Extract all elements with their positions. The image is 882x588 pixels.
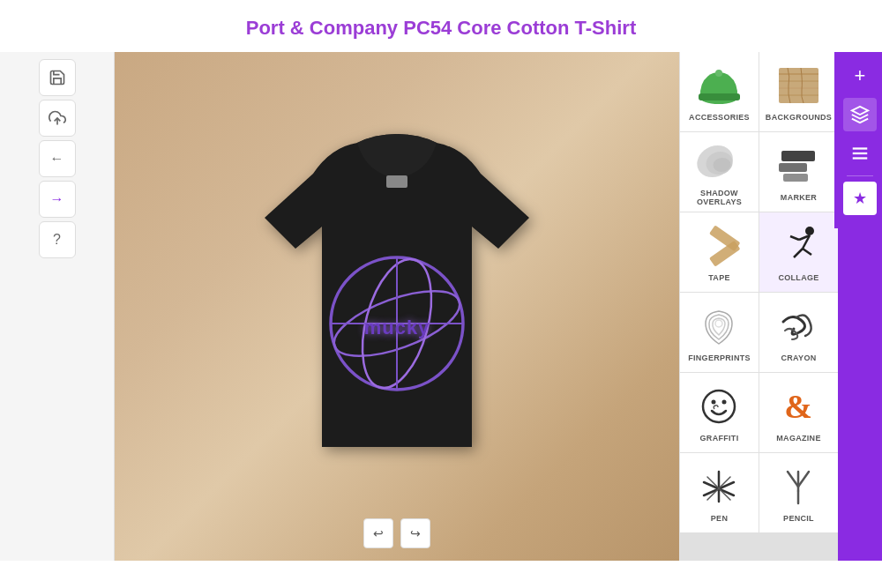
main-container: ← → ?	[0, 52, 882, 561]
marker-icon	[773, 141, 826, 190]
category-marker[interactable]: MARKER	[759, 132, 838, 212]
svg-rect-9	[699, 93, 740, 100]
canvas-background: mucky ↩ ↪	[115, 52, 679, 561]
upload-button[interactable]	[39, 100, 76, 137]
favorites-button[interactable]: ★	[843, 182, 877, 215]
svg-line-26	[794, 249, 803, 257]
redo-button[interactable]: ↪	[400, 518, 430, 548]
accessories-icon	[693, 61, 746, 109]
category-accessories[interactable]: ACCESSORIES	[680, 52, 759, 131]
magazine-icon: &	[773, 382, 826, 430]
graffiti-label: GRAFFITI	[700, 434, 739, 443]
category-magazine[interactable]: & MAGAZINE	[759, 373, 838, 452]
marker-label: MARKER	[781, 193, 817, 202]
category-tape[interactable]: TAPE	[680, 212, 759, 292]
tape-label: TAPE	[708, 273, 730, 282]
shadow-overlays-icon	[693, 138, 746, 185]
collage-icon	[773, 221, 826, 270]
tape-icon	[693, 221, 746, 270]
category-pen[interactable]: PEN	[680, 453, 759, 532]
shadow-overlays-label: SHADOW OVERLAYS	[684, 189, 755, 206]
divider	[847, 175, 873, 176]
svg-point-24	[805, 227, 814, 235]
svg-line-41	[788, 472, 798, 487]
redo-icon: ↪	[410, 526, 421, 540]
svg-point-33	[722, 399, 727, 404]
add-button[interactable]: +	[843, 59, 877, 93]
category-collage[interactable]: COLLAGE	[759, 212, 838, 292]
forward-button[interactable]: →	[39, 181, 76, 218]
crayon-label: CRAYON	[781, 354, 817, 362]
pencil-label: PENCIL	[783, 514, 814, 523]
collage-label: COLLAGE	[778, 273, 818, 282]
fingerprints-icon	[693, 301, 746, 350]
page-title: Port & Company PC54 Core Cotton T-Shirt	[0, 0, 882, 52]
svg-rect-20	[779, 163, 807, 172]
svg-rect-11	[779, 68, 818, 103]
backgrounds-label: BACKGROUNDS	[766, 113, 832, 122]
svg-line-29	[790, 236, 799, 240]
pen-label: PEN	[711, 514, 728, 523]
back-button[interactable]: ←	[39, 140, 76, 177]
svg-point-10	[715, 70, 722, 77]
svg-text:mucky: mucky	[364, 316, 430, 339]
right-sidebar: + ★	[838, 52, 882, 561]
tshirt-mockup: mucky	[229, 121, 564, 491]
bottom-controls: ↩ ↪	[363, 518, 430, 548]
svg-line-27	[803, 249, 811, 255]
category-pencil[interactable]: PENCIL	[759, 453, 838, 532]
back-icon: ←	[50, 151, 64, 167]
backgrounds-icon	[773, 61, 826, 109]
svg-marker-44	[852, 106, 868, 114]
canvas-area: mucky ↩ ↪	[115, 52, 679, 561]
help-button[interactable]: ?	[39, 221, 76, 258]
svg-line-42	[798, 472, 809, 487]
svg-point-32	[712, 399, 716, 404]
save-button[interactable]	[39, 59, 76, 96]
magazine-label: MAGAZINE	[776, 434, 820, 443]
pattern-icon	[850, 144, 870, 163]
category-crayon[interactable]: CRAYON	[759, 293, 838, 372]
layers-icon	[850, 105, 870, 124]
svg-rect-19	[781, 151, 815, 161]
svg-rect-1	[386, 175, 407, 188]
layers-button[interactable]	[843, 98, 877, 131]
forward-icon: →	[50, 191, 64, 207]
svg-point-31	[703, 391, 735, 422]
undo-button[interactable]: ↩	[363, 518, 393, 548]
crayon-icon	[773, 301, 826, 350]
accessories-label: ACCESSORIES	[689, 113, 750, 122]
svg-point-30	[715, 320, 722, 327]
add-icon: +	[855, 64, 866, 87]
category-shadow-overlays[interactable]: SHADOW OVERLAYS	[680, 132, 759, 212]
highlight-bar	[834, 52, 838, 228]
category-panel: ACCESSORIES BACKGROUNDS	[679, 52, 838, 561]
pen-icon	[693, 462, 746, 510]
svg-rect-21	[783, 174, 808, 182]
left-sidebar: ← → ?	[0, 52, 115, 561]
undo-icon: ↩	[373, 526, 384, 540]
category-fingerprints[interactable]: FINGERPRINTS	[680, 293, 759, 372]
fingerprints-label: FINGERPRINTS	[688, 354, 751, 362]
pattern-button[interactable]	[843, 137, 877, 170]
pencil-icon	[773, 462, 826, 510]
help-icon: ?	[53, 232, 61, 248]
category-backgrounds[interactable]: BACKGROUNDS	[759, 52, 838, 131]
svg-text:&: &	[784, 388, 812, 425]
category-graffiti[interactable]: GRAFFITI	[680, 373, 759, 452]
star-icon: ★	[853, 189, 867, 208]
graffiti-icon	[693, 382, 746, 430]
